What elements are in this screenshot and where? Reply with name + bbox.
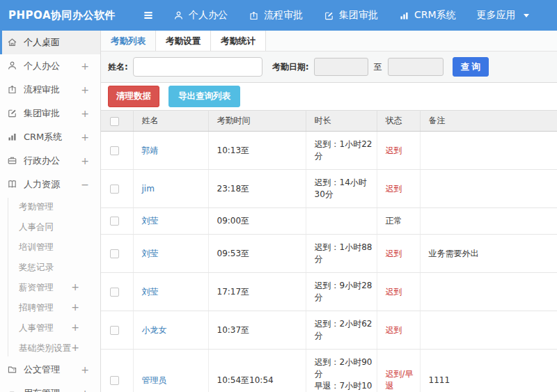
expand-plus-icon[interactable]: + bbox=[81, 108, 89, 119]
name-input[interactable] bbox=[133, 57, 262, 77]
select-all-checkbox[interactable] bbox=[110, 117, 119, 126]
sidebar-item-label: 个人办公 bbox=[24, 60, 60, 72]
duration-cell: 迟到：14小时30分 bbox=[306, 170, 377, 208]
sidebar-item-base-category-settings[interactable]: 基础类别设置+ bbox=[0, 338, 100, 358]
sidebar-item-admin-office[interactable]: 行政办公+ bbox=[0, 149, 100, 173]
topbar: PHPOA协同办公软件 个人办公流程审批集团审批CRM系统更多应用 bbox=[0, 0, 557, 31]
expand-plus-icon[interactable]: + bbox=[81, 364, 89, 375]
sidebar-item-label: 薪资管理 bbox=[19, 282, 54, 292]
name-label: 姓名: bbox=[108, 61, 128, 73]
row-checkbox[interactable] bbox=[110, 217, 119, 226]
sidebar-item-human-resources[interactable]: 人力资源− bbox=[0, 173, 100, 196]
topnav-label: CRM系统 bbox=[414, 9, 456, 22]
query-button[interactable]: 查 询 bbox=[453, 57, 489, 77]
topnav-label: 个人办公 bbox=[189, 9, 228, 22]
employee-name-cell: 小龙女 bbox=[133, 311, 208, 350]
topnav-workflow-approval[interactable]: 流程审批 bbox=[249, 9, 303, 22]
employee-name-cell: jim bbox=[133, 170, 208, 208]
date-start-input[interactable] bbox=[314, 58, 368, 76]
date-end-input[interactable] bbox=[388, 58, 444, 76]
employee-name-link[interactable]: 刘莹 bbox=[142, 249, 159, 258]
sidebar-item-group-approval[interactable]: 集团审批+ bbox=[0, 102, 100, 125]
sidebar-item-crm-system[interactable]: CRM系统+ bbox=[0, 125, 100, 149]
note-cell bbox=[420, 132, 557, 170]
sidebar-item-attendance-mgmt[interactable]: 考勤管理 bbox=[0, 196, 100, 217]
employee-name-link[interactable]: 管理员 bbox=[142, 375, 167, 385]
sidebar-item-salary-mgmt[interactable]: 薪资管理+ bbox=[0, 277, 100, 297]
expand-plus-icon[interactable]: + bbox=[81, 61, 89, 72]
sidebar-item-label: 基础类别设置 bbox=[19, 343, 71, 353]
expand-plus-icon[interactable]: + bbox=[71, 338, 79, 358]
employee-name-link[interactable]: 刘莹 bbox=[142, 287, 159, 297]
sidebar-item-document-mgmt[interactable]: 公文管理+ bbox=[0, 358, 100, 382]
duration-cell: 迟到：9小时28分 bbox=[306, 273, 377, 311]
sidebar: 个人桌面个人办公+流程审批+集团审批+CRM系统+行政办公+人力资源−考勤管理人… bbox=[0, 31, 101, 392]
row-checkbox[interactable] bbox=[110, 288, 119, 297]
row-checkbox[interactable] bbox=[110, 326, 119, 335]
export-list-button[interactable]: 导出查询列表 bbox=[168, 86, 240, 107]
topnav-personal-office[interactable]: 个人办公 bbox=[173, 9, 228, 22]
status-cell: 迟到 bbox=[377, 170, 420, 208]
tab-strip: 考勤列表考勤设置考勤统计 bbox=[101, 31, 557, 52]
employee-name-link[interactable]: jim bbox=[142, 184, 155, 194]
row-checkbox[interactable] bbox=[110, 376, 119, 385]
clear-data-button[interactable]: 清理数据 bbox=[108, 86, 159, 107]
expand-plus-icon[interactable]: + bbox=[81, 155, 89, 166]
sidebar-item-training-mgmt[interactable]: 培训管理 bbox=[0, 237, 100, 257]
app-title: PHPOA协同办公软件 bbox=[0, 9, 101, 22]
sidebar-item-recruit-mgmt[interactable]: 招聘管理+ bbox=[0, 297, 100, 317]
row-checkbox[interactable] bbox=[110, 146, 119, 155]
expand-plus-icon[interactable]: + bbox=[81, 132, 89, 143]
sidebar-item-label: 公文管理 bbox=[24, 363, 60, 376]
flow-icon bbox=[249, 10, 259, 21]
sidebar-item-label: 奖惩记录 bbox=[19, 262, 54, 272]
topnav-more-apps[interactable]: 更多应用 bbox=[477, 9, 529, 22]
expand-plus-icon[interactable]: + bbox=[81, 388, 89, 392]
user-icon bbox=[7, 61, 18, 72]
status-cell: 迟到 bbox=[377, 311, 420, 350]
tab-attendance-settings[interactable]: 考勤设置 bbox=[156, 31, 211, 51]
column-header: 考勤时间 bbox=[208, 111, 306, 132]
sidebar-item-vehicle-mgmt[interactable]: 用车管理+ bbox=[0, 382, 100, 392]
tab-attendance-stats[interactable]: 考勤统计 bbox=[211, 31, 266, 51]
book-icon bbox=[7, 179, 18, 190]
row-checkbox[interactable] bbox=[110, 185, 119, 194]
row-checkbox-cell bbox=[101, 273, 133, 311]
sidebar-item-label: 个人桌面 bbox=[24, 36, 60, 49]
expand-plus-icon[interactable]: + bbox=[71, 317, 79, 338]
topnav-crm-system[interactable]: CRM系统 bbox=[399, 9, 456, 22]
employee-name-link[interactable]: 刘莹 bbox=[142, 216, 159, 226]
attendance-time-cell: 23:18至 bbox=[208, 170, 306, 208]
sidebar-item-personal-desktop[interactable]: 个人桌面 bbox=[0, 31, 100, 54]
topnav-label: 集团审批 bbox=[339, 9, 378, 22]
row-checkbox-cell bbox=[101, 208, 133, 235]
sidebar-item-workflow-approval[interactable]: 流程审批+ bbox=[0, 78, 100, 102]
briefcase-icon bbox=[7, 155, 18, 166]
row-checkbox[interactable] bbox=[110, 249, 119, 258]
note-cell bbox=[420, 273, 557, 311]
sidebar-item-label: 考勤管理 bbox=[19, 201, 54, 212]
tab-attendance-list[interactable]: 考勤列表 bbox=[101, 31, 156, 51]
column-header: 备注 bbox=[420, 111, 557, 132]
collapse-minus-icon[interactable]: − bbox=[81, 179, 89, 190]
topnav-label: 更多应用 bbox=[477, 9, 516, 22]
expand-plus-icon[interactable]: + bbox=[81, 84, 89, 95]
expand-plus-icon[interactable]: + bbox=[71, 297, 79, 317]
expand-plus-icon[interactable]: + bbox=[71, 277, 79, 297]
sidebar-item-label: CRM系统 bbox=[24, 131, 62, 143]
attendance-time-cell: 09:53至 bbox=[208, 235, 306, 273]
row-checkbox-cell bbox=[101, 311, 133, 350]
hamburger-menu-icon[interactable] bbox=[141, 8, 155, 22]
employee-name-link[interactable]: 小龙女 bbox=[142, 325, 167, 335]
sidebar-item-personal-office[interactable]: 个人办公+ bbox=[0, 54, 100, 78]
sidebar-item-label: 人事合同 bbox=[19, 221, 54, 232]
action-bar: 清理数据 导出查询列表 bbox=[101, 83, 557, 110]
employee-name-link[interactable]: 郭靖 bbox=[142, 146, 159, 155]
attendance-time-cell: 10:37至 bbox=[208, 311, 306, 350]
sidebar-item-reward-punishment[interactable]: 奖惩记录 bbox=[0, 257, 100, 277]
topnav-group-approval[interactable]: 集团审批 bbox=[324, 9, 378, 22]
table-row: 小龙女10:37至迟到：2小时62分迟到 bbox=[101, 311, 557, 350]
sidebar-item-hr-contract[interactable]: 人事合同 bbox=[0, 217, 100, 237]
sidebar-item-personnel-mgmt[interactable]: 人事管理+ bbox=[0, 317, 100, 338]
attendance-date-label: 考勤日期: bbox=[272, 61, 309, 73]
